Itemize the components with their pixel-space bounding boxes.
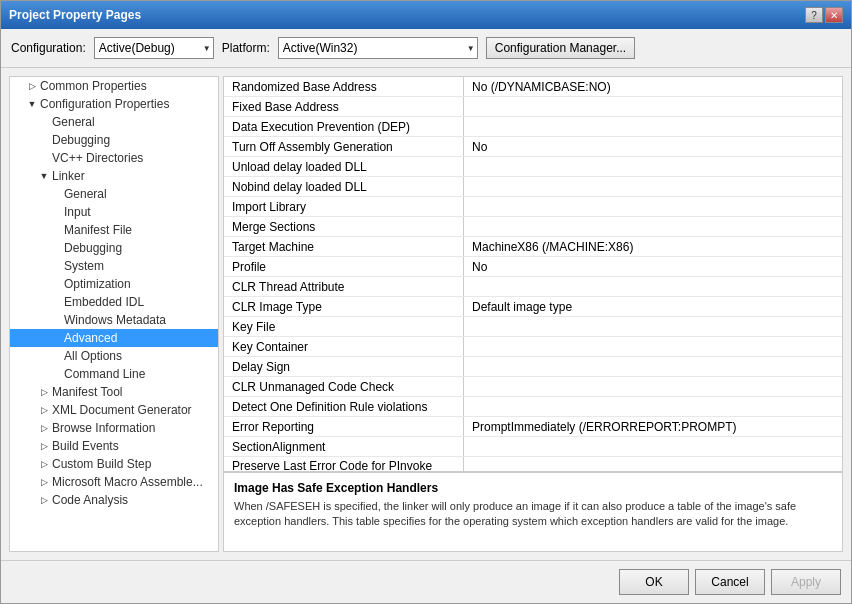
tree-item-xml-doc[interactable]: ▷ XML Document Generator xyxy=(10,401,218,419)
props-table: Randomized Base Address No (/DYNAMICBASE… xyxy=(224,77,842,471)
prop-value-dep xyxy=(464,117,842,136)
toggle-linker-winmeta xyxy=(50,314,62,326)
help-button[interactable]: ? xyxy=(805,7,823,23)
prop-row-target-machine[interactable]: Target Machine MachineX86 (/MACHINE:X86) xyxy=(224,237,842,257)
prop-row-key-container[interactable]: Key Container xyxy=(224,337,842,357)
prop-row-clr-thread[interactable]: CLR Thread Attribute xyxy=(224,277,842,297)
prop-row-preserve-last-error[interactable]: Preserve Last Error Code for PInvoke Cal… xyxy=(224,457,842,471)
tree-item-common-props[interactable]: ▷ Common Properties xyxy=(10,77,218,95)
prop-value-clr-unmanaged xyxy=(464,377,842,396)
prop-name-unload-delay: Unload delay loaded DLL xyxy=(224,157,464,176)
prop-value-key-container xyxy=(464,337,842,356)
prop-name-import-lib: Import Library xyxy=(224,197,464,216)
toggle-linker-opt xyxy=(50,278,62,290)
prop-name-clr-image: CLR Image Type xyxy=(224,297,464,316)
platform-select-wrap: Active(Win32) xyxy=(278,37,478,59)
prop-row-delay-sign[interactable]: Delay Sign xyxy=(224,357,842,377)
tree-item-linker-opt[interactable]: Optimization xyxy=(10,275,218,293)
tree-item-linker[interactable]: ▼ Linker xyxy=(10,167,218,185)
prop-row-randomized-base[interactable]: Randomized Base Address No (/DYNAMICBASE… xyxy=(224,77,842,97)
config-select[interactable]: Active(Debug) xyxy=(94,37,214,59)
prop-value-clr-image: Default image type xyxy=(464,297,842,316)
toggle-linker-system xyxy=(50,260,62,272)
tree-item-linker-cmdline[interactable]: Command Line xyxy=(10,365,218,383)
prop-name-turn-off-asm: Turn Off Assembly Generation xyxy=(224,137,464,156)
prop-row-nobind-delay[interactable]: Nobind delay loaded DLL xyxy=(224,177,842,197)
toggle-linker-manifest xyxy=(50,224,62,236)
tree-item-linker-general[interactable]: General xyxy=(10,185,218,203)
prop-name-dep: Data Execution Prevention (DEP) xyxy=(224,117,464,136)
manifest-tool-label: Manifest Tool xyxy=(52,385,122,399)
toggle-general xyxy=(38,116,50,128)
prop-value-fixed-base xyxy=(464,97,842,116)
prop-value-turn-off-asm: No xyxy=(464,137,842,156)
tree-item-linker-system[interactable]: System xyxy=(10,257,218,275)
prop-row-turn-off-asm[interactable]: Turn Off Assembly Generation No xyxy=(224,137,842,157)
tree-item-linker-advanced[interactable]: Advanced xyxy=(10,329,218,347)
prop-row-dep[interactable]: Data Execution Prevention (DEP) xyxy=(224,117,842,137)
tree-item-code-analysis[interactable]: ▷ Code Analysis xyxy=(10,491,218,509)
tree-item-linker-winmeta[interactable]: Windows Metadata xyxy=(10,311,218,329)
prop-row-section-align[interactable]: SectionAlignment xyxy=(224,437,842,457)
config-props-label: Configuration Properties xyxy=(40,97,169,111)
ok-button[interactable]: OK xyxy=(619,569,689,595)
tree-item-vcpp[interactable]: VC++ Directories xyxy=(10,149,218,167)
tree-item-build-events[interactable]: ▷ Build Events xyxy=(10,437,218,455)
tree-item-custom-build[interactable]: ▷ Custom Build Step xyxy=(10,455,218,473)
build-events-label: Build Events xyxy=(52,439,119,453)
prop-row-error-reporting[interactable]: Error Reporting PromptImmediately (/ERRO… xyxy=(224,417,842,437)
prop-name-key-file: Key File xyxy=(224,317,464,336)
tree-item-linker-allopts[interactable]: All Options xyxy=(10,347,218,365)
tree-item-manifest-tool[interactable]: ▷ Manifest Tool xyxy=(10,383,218,401)
tree-item-linker-input[interactable]: Input xyxy=(10,203,218,221)
prop-value-profile: No xyxy=(464,257,842,276)
linker-cmdline-label: Command Line xyxy=(64,367,145,381)
toggle-vcpp xyxy=(38,152,50,164)
toggle-linker-cmdline xyxy=(50,368,62,380)
platform-select[interactable]: Active(Win32) xyxy=(278,37,478,59)
vcpp-label: VC++ Directories xyxy=(52,151,143,165)
prop-value-merge-sections xyxy=(464,217,842,236)
config-manager-button[interactable]: Configuration Manager... xyxy=(486,37,635,59)
config-select-wrap: Active(Debug) xyxy=(94,37,214,59)
linker-embedded-label: Embedded IDL xyxy=(64,295,144,309)
description-text: When /SAFESEH is specified, the linker w… xyxy=(234,499,832,530)
prop-row-key-file[interactable]: Key File xyxy=(224,317,842,337)
prop-row-import-lib[interactable]: Import Library xyxy=(224,197,842,217)
tree-item-debugging[interactable]: Debugging xyxy=(10,131,218,149)
tree-item-linker-embedded[interactable]: Embedded IDL xyxy=(10,293,218,311)
linker-input-label: Input xyxy=(64,205,91,219)
prop-row-unload-delay[interactable]: Unload delay loaded DLL xyxy=(224,157,842,177)
description-title: Image Has Safe Exception Handlers xyxy=(234,481,832,495)
close-button[interactable]: ✕ xyxy=(825,7,843,23)
tree-item-ms-macro[interactable]: ▷ Microsoft Macro Assemble... xyxy=(10,473,218,491)
custom-build-label: Custom Build Step xyxy=(52,457,151,471)
prop-row-clr-unmanaged[interactable]: CLR Unmanaged Code Check xyxy=(224,377,842,397)
common-props-label: Common Properties xyxy=(40,79,147,93)
tree-item-general[interactable]: General xyxy=(10,113,218,131)
toggle-config-props: ▼ xyxy=(26,98,38,110)
tree-item-config-props[interactable]: ▼ Configuration Properties xyxy=(10,95,218,113)
prop-name-error-reporting: Error Reporting xyxy=(224,417,464,436)
prop-name-section-align: SectionAlignment xyxy=(224,437,464,456)
prop-value-randomized-base: No (/DYNAMICBASE:NO) xyxy=(464,77,842,96)
prop-row-clr-image[interactable]: CLR Image Type Default image type xyxy=(224,297,842,317)
debugging-label: Debugging xyxy=(52,133,110,147)
toggle-browse-info: ▷ xyxy=(38,422,50,434)
tree-item-linker-manifest[interactable]: Manifest File xyxy=(10,221,218,239)
cancel-button[interactable]: Cancel xyxy=(695,569,765,595)
prop-row-merge-sections[interactable]: Merge Sections xyxy=(224,217,842,237)
prop-row-profile[interactable]: Profile No xyxy=(224,257,842,277)
prop-row-detect-odr[interactable]: Detect One Definition Rule violations xyxy=(224,397,842,417)
prop-name-clr-unmanaged: CLR Unmanaged Code Check xyxy=(224,377,464,396)
apply-button[interactable]: Apply xyxy=(771,569,841,595)
linker-system-label: System xyxy=(64,259,104,273)
tree-item-browse-info[interactable]: ▷ Browse Information xyxy=(10,419,218,437)
prop-value-detect-odr xyxy=(464,397,842,416)
tree-item-linker-debug[interactable]: Debugging xyxy=(10,239,218,257)
toggle-linker-allopts xyxy=(50,350,62,362)
title-bar-buttons: ? ✕ xyxy=(805,7,843,23)
description-panel: Image Has Safe Exception Handlers When /… xyxy=(224,471,842,551)
code-analysis-label: Code Analysis xyxy=(52,493,128,507)
prop-row-fixed-base[interactable]: Fixed Base Address xyxy=(224,97,842,117)
